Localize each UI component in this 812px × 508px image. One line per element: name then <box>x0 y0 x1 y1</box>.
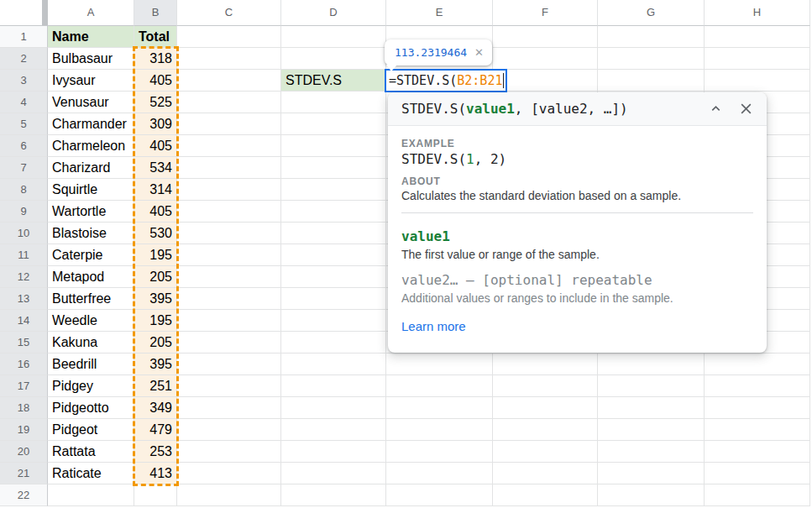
cell-D9[interactable] <box>281 201 386 223</box>
cell-D6[interactable] <box>281 135 386 157</box>
cell-D11[interactable] <box>281 244 386 266</box>
cell-A7[interactable]: Charizard <box>48 157 134 179</box>
cell-F22[interactable] <box>493 484 598 506</box>
cell-A5[interactable]: Charmander <box>48 113 134 135</box>
cell-C15[interactable] <box>177 332 281 354</box>
cell-C11[interactable] <box>177 244 281 266</box>
cell-H21[interactable] <box>705 463 810 484</box>
cell-D18[interactable] <box>281 397 386 419</box>
cell-H22[interactable] <box>705 484 810 506</box>
cell-G22[interactable] <box>598 484 705 506</box>
cell-B7[interactable]: 534 <box>134 157 177 179</box>
cell-F18[interactable] <box>493 397 598 419</box>
cell-G21[interactable] <box>598 463 705 484</box>
cell-E17[interactable] <box>386 375 493 397</box>
cell-A15[interactable]: Kakuna <box>48 332 134 354</box>
close-icon[interactable] <box>739 102 753 116</box>
row-header-4[interactable]: 4 <box>0 92 48 113</box>
cell-B17[interactable]: 251 <box>134 375 177 397</box>
cell-C17[interactable] <box>177 375 281 397</box>
row-header-3[interactable]: 3 <box>0 70 48 92</box>
cell-H20[interactable] <box>705 441 810 463</box>
cell-D10[interactable] <box>281 223 386 244</box>
cell-F21[interactable] <box>493 463 598 484</box>
cell-D14[interactable] <box>281 310 386 332</box>
cell-E21[interactable] <box>386 463 493 484</box>
cell-B3[interactable]: 405 <box>134 70 177 92</box>
cell-D17[interactable] <box>281 375 386 397</box>
cell-A12[interactable]: Metapod <box>48 266 134 288</box>
cell-D16[interactable] <box>281 354 386 375</box>
cell-B12[interactable]: 205 <box>134 266 177 288</box>
cell-C3[interactable] <box>177 70 281 92</box>
tooltip-close-icon[interactable]: ✕ <box>474 47 484 58</box>
cell-B14[interactable]: 195 <box>134 310 177 332</box>
cell-A10[interactable]: Blastoise <box>48 223 134 244</box>
cell-D21[interactable] <box>281 463 386 484</box>
cell-E19[interactable] <box>386 419 493 441</box>
cell-A21[interactable]: Raticate <box>48 463 134 484</box>
row-header-7[interactable]: 7 <box>0 157 48 179</box>
row-header-13[interactable]: 13 <box>0 288 48 310</box>
cell-B2[interactable]: 318 <box>134 48 177 70</box>
cell-D4[interactable] <box>281 92 386 113</box>
cell-F17[interactable] <box>493 375 598 397</box>
cell-B19[interactable]: 479 <box>134 419 177 441</box>
cell-F16[interactable] <box>493 354 598 375</box>
row-header-16[interactable]: 16 <box>0 354 48 375</box>
cell-B15[interactable]: 205 <box>134 332 177 354</box>
cell-F3[interactable] <box>493 70 598 92</box>
cell-A16[interactable]: Beedrill <box>48 354 134 375</box>
row-header-14[interactable]: 14 <box>0 310 48 332</box>
cell-G3[interactable] <box>598 70 705 92</box>
cell-H3[interactable] <box>705 70 810 92</box>
cell-A6[interactable]: Charmeleon <box>48 135 134 157</box>
cell-A14[interactable]: Weedle <box>48 310 134 332</box>
cell-A8[interactable]: Squirtle <box>48 179 134 201</box>
cell-C12[interactable] <box>177 266 281 288</box>
row-header-20[interactable]: 20 <box>0 441 48 463</box>
cell-B13[interactable]: 395 <box>134 288 177 310</box>
select-all-corner[interactable] <box>0 0 48 26</box>
cell-H1[interactable] <box>705 26 810 48</box>
cell-A1[interactable]: Name <box>48 26 134 48</box>
cell-F19[interactable] <box>493 419 598 441</box>
cell-B5[interactable]: 309 <box>134 113 177 135</box>
column-header-A[interactable]: A <box>48 0 134 26</box>
cell-E18[interactable] <box>386 397 493 419</box>
cell-C14[interactable] <box>177 310 281 332</box>
learn-more-link[interactable]: Learn more <box>401 319 466 333</box>
cell-F1[interactable] <box>493 26 598 48</box>
cell-D2[interactable] <box>281 48 386 70</box>
cell-B22[interactable] <box>134 484 177 506</box>
cell-A13[interactable]: Butterfree <box>48 288 134 310</box>
cell-G19[interactable] <box>598 419 705 441</box>
cell-B18[interactable]: 349 <box>134 397 177 419</box>
cell-D8[interactable] <box>281 179 386 201</box>
column-header-D[interactable]: D <box>281 0 386 26</box>
cell-B4[interactable]: 525 <box>134 92 177 113</box>
cell-H18[interactable] <box>705 397 810 419</box>
cell-A11[interactable]: Caterpie <box>48 244 134 266</box>
row-header-2[interactable]: 2 <box>0 48 48 70</box>
cell-D19[interactable] <box>281 419 386 441</box>
cell-C5[interactable] <box>177 113 281 135</box>
cell-A4[interactable]: Venusaur <box>48 92 134 113</box>
cell-A17[interactable]: Pidgey <box>48 375 134 397</box>
cell-C7[interactable] <box>177 157 281 179</box>
cell-H19[interactable] <box>705 419 810 441</box>
cell-H17[interactable] <box>705 375 810 397</box>
cell-C1[interactable] <box>177 26 281 48</box>
row-header-1[interactable]: 1 <box>0 26 48 48</box>
cell-A3[interactable]: Ivysaur <box>48 70 134 92</box>
cell-D7[interactable] <box>281 157 386 179</box>
collapse-icon[interactable] <box>710 102 722 115</box>
row-header-22[interactable]: 22 <box>0 484 48 506</box>
cell-G2[interactable] <box>598 48 705 70</box>
column-header-E[interactable]: E <box>386 0 493 26</box>
cell-C18[interactable] <box>177 397 281 419</box>
cell-B10[interactable]: 530 <box>134 223 177 244</box>
cell-D5[interactable] <box>281 113 386 135</box>
cell-C22[interactable] <box>177 484 281 506</box>
cell-E20[interactable] <box>386 441 493 463</box>
